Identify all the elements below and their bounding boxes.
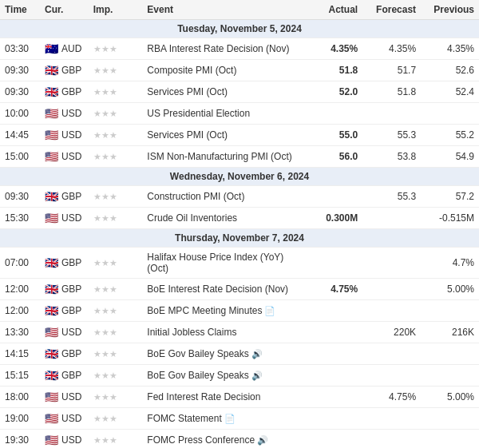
event-time: 07:00: [0, 248, 40, 279]
event-previous: [421, 365, 479, 387]
flag-icon: 🇬🇧: [45, 85, 58, 98]
event-previous: 4.35%: [421, 38, 479, 60]
event-name: Fed Interest Rate Decision: [142, 387, 308, 408]
document-icon: 📄: [264, 306, 275, 315]
event-previous: 4.7%: [421, 248, 479, 279]
event-name: Composite PMI (Oct): [142, 60, 308, 81]
star-icon: ★: [101, 87, 109, 97]
star-icon: ★: [109, 44, 117, 54]
star-icon: ★: [101, 109, 109, 118]
currency-flag: 🇺🇸 USD: [45, 212, 81, 224]
event-currency: 🇬🇧 GBP: [40, 186, 89, 208]
currency-flag: 🇺🇸 USD: [45, 326, 81, 339]
event-forecast: [362, 343, 421, 365]
event-actual: 56.0: [309, 146, 363, 168]
table-row: 15:15 🇬🇧 GBP ★★★ BoE Gov Bailey Speaks🔊: [0, 365, 479, 387]
event-actual: [309, 365, 363, 387]
currency-flag: 🇺🇸 USD: [45, 412, 81, 425]
currency-code: GBP: [61, 305, 81, 316]
table-row: 18:00 🇺🇸 USD ★★★ Fed Interest Rate Decis…: [0, 387, 479, 408]
currency-code: GBP: [61, 283, 81, 295]
event-currency: 🇦🇺 AUD: [40, 38, 89, 60]
event-time: 14:15: [0, 343, 40, 365]
event-time: 14:45: [0, 125, 40, 146]
flag-icon: 🇬🇧: [45, 347, 58, 360]
event-actual: [309, 322, 363, 343]
event-time: 03:30: [0, 38, 40, 60]
currency-code: GBP: [61, 191, 81, 202]
currency-flag: 🇬🇧 GBP: [45, 369, 81, 382]
currency-flag: 🇬🇧 GBP: [45, 85, 81, 98]
col-header-currency: Cur.: [40, 0, 89, 20]
event-name: Services PMI (Oct): [142, 125, 308, 146]
event-time: 09:30: [0, 81, 40, 103]
event-name: Services PMI (Oct): [142, 81, 308, 103]
event-currency: 🇺🇸 USD: [40, 408, 89, 430]
table-row: 09:30 🇬🇧 GBP ★★★ Construction PMI (Oct) …: [0, 186, 479, 208]
table-row: 15:00 🇺🇸 USD ★★★ ISM Non-Manufacturing P…: [0, 146, 479, 168]
star-icon: ★: [109, 284, 117, 294]
star-icon: ★: [101, 130, 109, 140]
event-importance: ★★★: [89, 38, 143, 60]
star-icon: ★: [93, 258, 101, 268]
star-icon: ★: [93, 349, 101, 359]
star-icon: ★: [101, 349, 109, 359]
event-previous: 5.00%: [421, 279, 479, 300]
event-name: Construction PMI (Oct): [142, 186, 308, 208]
flag-icon: 🇬🇧: [45, 64, 58, 77]
star-icon: ★: [101, 306, 109, 315]
event-forecast: 55.3: [362, 125, 421, 146]
event-forecast: 4.35%: [362, 38, 421, 60]
col-header-time: Time: [0, 0, 40, 20]
event-importance: ★★★: [89, 387, 143, 408]
star-icon: ★: [109, 349, 117, 359]
event-importance: ★★★: [89, 322, 143, 343]
event-previous: [421, 408, 479, 430]
event-currency: 🇬🇧 GBP: [40, 279, 89, 300]
event-name: Halifax House Price Index (YoY) (Oct): [142, 248, 308, 279]
event-currency: 🇺🇸 USD: [40, 430, 89, 449]
event-time: 13:30: [0, 322, 40, 343]
event-currency: 🇺🇸 USD: [40, 322, 89, 343]
table-row: 15:30 🇺🇸 USD ★★★ Crude Oil Inventories 0…: [0, 208, 479, 229]
event-name: BoE MPC Meeting Minutes📄: [142, 300, 308, 322]
table-row: 12:00 🇬🇧 GBP ★★★ BoE MPC Meeting Minutes…: [0, 300, 479, 322]
event-forecast: 4.75%: [362, 387, 421, 408]
event-time: 12:00: [0, 279, 40, 300]
star-icon: ★: [93, 44, 101, 54]
event-currency: 🇺🇸 USD: [40, 387, 89, 408]
event-importance: ★★★: [89, 343, 143, 365]
event-importance: ★★★: [89, 279, 143, 300]
event-previous: [421, 103, 479, 125]
event-importance: ★★★: [89, 125, 143, 146]
event-actual: 55.0: [309, 125, 363, 146]
currency-flag: 🇬🇧 GBP: [45, 347, 81, 360]
star-icon: ★: [109, 152, 117, 161]
currency-code: GBP: [61, 65, 81, 76]
star-icon: ★: [109, 109, 117, 118]
table-row: 07:00 🇬🇧 GBP ★★★ Halifax House Price Ind…: [0, 248, 479, 279]
star-icon: ★: [93, 213, 101, 223]
event-forecast: [362, 248, 421, 279]
event-actual: [309, 343, 363, 365]
table-row: 19:00 🇺🇸 USD ★★★ FOMC Statement📄: [0, 408, 479, 430]
star-icon: ★: [109, 435, 117, 445]
event-importance: ★★★: [89, 103, 143, 125]
event-name: US Presidential Election: [142, 103, 308, 125]
event-actual: [309, 430, 363, 449]
event-actual: 4.35%: [309, 38, 363, 60]
star-icon: ★: [93, 130, 101, 140]
event-name: Initial Jobless Claims: [142, 322, 308, 343]
star-icon: ★: [101, 213, 109, 223]
event-forecast: [362, 103, 421, 125]
event-currency: 🇬🇧 GBP: [40, 248, 89, 279]
event-actual: 52.0: [309, 81, 363, 103]
event-name: RBA Interest Rate Decision (Nov): [142, 38, 308, 60]
star-icon: ★: [109, 392, 117, 402]
event-time: 15:30: [0, 208, 40, 229]
currency-code: GBP: [61, 257, 81, 268]
star-icon: ★: [101, 192, 109, 201]
event-importance: ★★★: [89, 408, 143, 430]
document-icon: 📄: [224, 414, 236, 423]
event-forecast: 55.3: [362, 186, 421, 208]
